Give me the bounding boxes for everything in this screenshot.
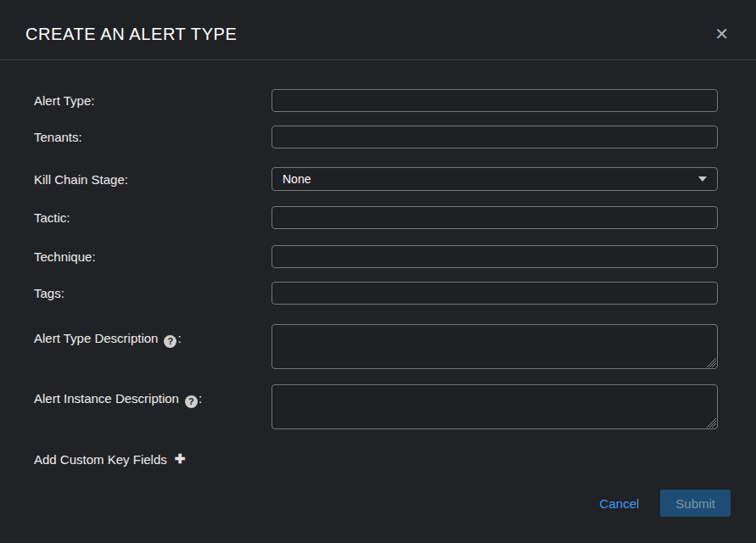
resize-handle-icon[interactable]: [705, 356, 716, 367]
alert-type-description-textarea[interactable]: [272, 324, 718, 369]
add-custom-key-fields-label: Add Custom Key Fields: [34, 452, 167, 467]
form-row-alert-type: Alert Type:: [34, 89, 718, 112]
tenants-input[interactable]: [272, 126, 718, 148]
tenants-label: Tenants:: [34, 130, 272, 144]
form-row-tactic: Tactic:: [34, 206, 718, 229]
form-row-tags: Tags:: [34, 282, 718, 305]
dialog-footer: Cancel Submit: [600, 490, 731, 517]
help-icon[interactable]: ?: [164, 335, 176, 348]
submit-button[interactable]: Submit: [660, 490, 731, 517]
form-row-alert-type-description: Alert Type Description?:: [34, 324, 718, 369]
technique-input[interactable]: [272, 245, 718, 268]
dialog-header: CREATE AN ALERT TYPE ✕: [0, 0, 756, 60]
plus-icon[interactable]: ✚: [175, 451, 186, 467]
select-selected-value: None: [283, 172, 311, 186]
kill-chain-stage-select[interactable]: None: [272, 167, 718, 191]
alert-type-input[interactable]: [272, 89, 718, 112]
kill-chain-stage-label: Kill Chain Stage:: [34, 172, 272, 187]
form-row-alert-instance-description: Alert Instance Description?:: [34, 384, 718, 429]
technique-label: Technique:: [34, 249, 272, 264]
alert-type-label: Alert Type:: [34, 93, 272, 108]
tactic-input[interactable]: [272, 206, 718, 229]
resize-handle-icon[interactable]: [705, 417, 716, 428]
alert-type-description-label: Alert Type Description?:: [34, 324, 272, 348]
form-row-add-custom-key-fields: Add Custom Key Fields ✚: [34, 451, 718, 467]
chevron-down-icon: [698, 176, 707, 182]
tactic-label: Tactic:: [34, 210, 272, 225]
form-row-tenants: Tenants:: [34, 126, 718, 148]
tags-input[interactable]: [272, 282, 718, 305]
alert-instance-description-textarea[interactable]: [272, 384, 718, 429]
tags-label: Tags:: [34, 286, 272, 300]
alert-instance-description-label: Alert Instance Description?:: [34, 384, 272, 408]
form-row-kill-chain-stage: Kill Chain Stage: None: [34, 167, 718, 191]
cancel-button[interactable]: Cancel: [600, 496, 640, 511]
help-icon[interactable]: ?: [185, 395, 198, 408]
close-icon[interactable]: ✕: [711, 24, 732, 44]
page-title: CREATE AN ALERT TYPE: [25, 25, 238, 44]
create-alert-type-dialog: CREATE AN ALERT TYPE ✕ Alert Type: Tenan…: [0, 0, 756, 543]
dialog-body: Alert Type: Tenants: Kill Chain Stage: N…: [0, 60, 756, 467]
form-row-technique: Technique:: [34, 245, 718, 268]
